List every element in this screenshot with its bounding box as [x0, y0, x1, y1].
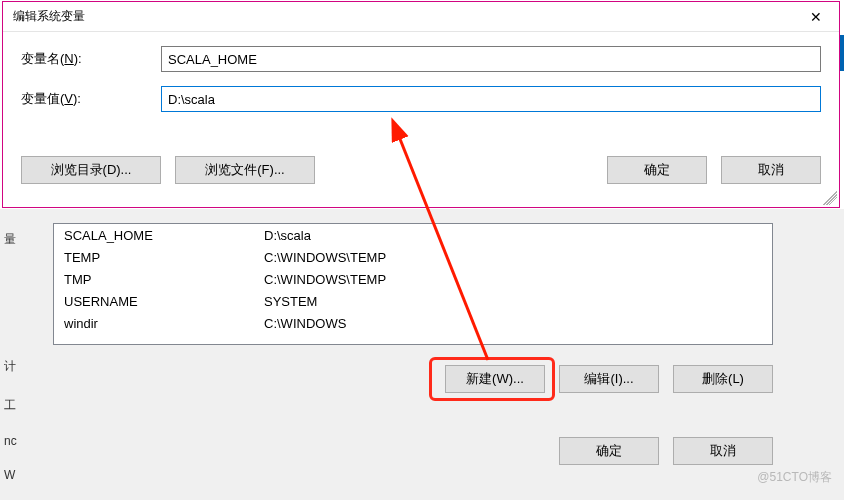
system-variables-panel: SCALA_HOMED:\scala TEMPC:\WINDOWS\TEMP T… — [0, 209, 844, 500]
browse-directory-button[interactable]: 浏览目录(D)... — [21, 156, 161, 184]
edit-button[interactable]: 编辑(I)... — [559, 365, 659, 393]
titlebar: 编辑系统变量 ✕ — [3, 2, 839, 32]
watermark: @51CTO博客 — [757, 469, 832, 486]
variable-value-label: 变量值(V): — [21, 90, 161, 108]
table-row: TMPC:\WINDOWS\TEMP — [54, 268, 772, 290]
left-truncated-text: 量 计 工 nc W — [0, 209, 28, 500]
cancel2-button[interactable]: 取消 — [673, 437, 773, 465]
table-row: SCALA_HOMED:\scala — [54, 224, 772, 246]
ok-button[interactable]: 确定 — [607, 156, 707, 184]
table-row: TEMPC:\WINDOWS\TEMP — [54, 246, 772, 268]
browse-file-button[interactable]: 浏览文件(F)... — [175, 156, 315, 184]
variable-value-input[interactable] — [161, 86, 821, 112]
variable-name-label: 变量名(N): — [21, 50, 161, 68]
table-row: USERNAMESYSTEM — [54, 290, 772, 312]
close-icon[interactable]: ✕ — [793, 2, 839, 32]
cancel-button[interactable]: 取消 — [721, 156, 821, 184]
delete-button[interactable]: 删除(L) — [673, 365, 773, 393]
variable-name-input[interactable] — [161, 46, 821, 72]
ok2-button[interactable]: 确定 — [559, 437, 659, 465]
resize-grip-icon[interactable] — [823, 191, 837, 205]
dialog-title: 编辑系统变量 — [13, 8, 85, 25]
env-var-list[interactable]: SCALA_HOMED:\scala TEMPC:\WINDOWS\TEMP T… — [53, 223, 773, 345]
edit-variable-dialog: 编辑系统变量 ✕ 变量名(N): 变量值(V): 浏览目录(D)... 浏览文件… — [2, 1, 840, 208]
new-button[interactable]: 新建(W)... — [445, 365, 545, 393]
table-row: windirC:\WINDOWS — [54, 312, 772, 334]
